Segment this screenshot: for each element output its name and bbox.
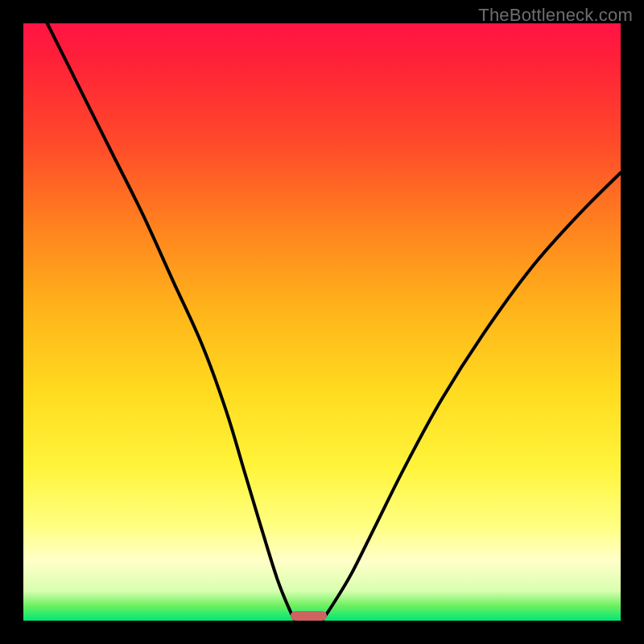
- watermark-text: TheBottleneck.com: [478, 5, 633, 26]
- right-curve: [322, 173, 621, 621]
- chart-frame: TheBottleneck.com: [0, 0, 644, 644]
- bottleneck-marker: [291, 611, 327, 621]
- left-curve: [47, 23, 295, 621]
- curve-layer: [23, 23, 621, 621]
